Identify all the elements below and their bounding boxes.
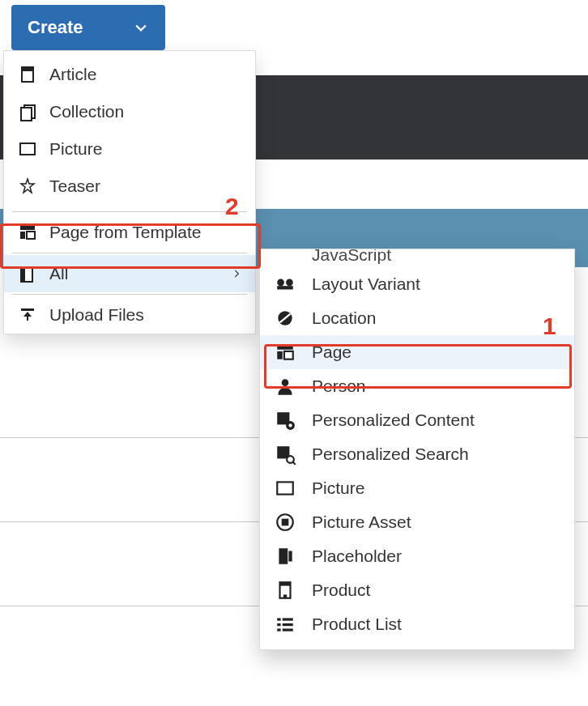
svg-rect-13 xyxy=(27,316,28,321)
menu-item-all[interactable]: All xyxy=(4,255,255,292)
placeholder-icon xyxy=(273,546,297,567)
svg-rect-19 xyxy=(277,351,283,359)
svg-rect-32 xyxy=(288,551,292,562)
svg-rect-35 xyxy=(283,594,287,598)
submenu-item-product[interactable]: Product xyxy=(260,573,574,607)
article-icon xyxy=(17,64,38,85)
personalized-content-icon xyxy=(273,410,297,431)
svg-rect-16 xyxy=(277,286,293,289)
svg-rect-30 xyxy=(282,519,289,526)
picture-icon xyxy=(273,478,297,499)
menu-item-label: Article xyxy=(49,65,96,84)
svg-point-24 xyxy=(288,423,292,427)
submenu-item-label: Page xyxy=(312,342,352,362)
svg-line-27 xyxy=(293,462,296,465)
submenu-item-layout-variant[interactable]: Layout Variant xyxy=(260,267,574,301)
menu-item-label: Upload Files xyxy=(49,305,144,325)
svg-point-26 xyxy=(287,456,294,463)
svg-rect-39 xyxy=(283,623,293,626)
create-menu: Article Collection Picture Teaser Page f… xyxy=(3,50,256,334)
svg-rect-1 xyxy=(22,67,33,71)
teaser-icon xyxy=(17,176,38,197)
person-icon xyxy=(273,376,297,397)
submenu-item-page[interactable]: Page xyxy=(260,335,574,369)
page-icon xyxy=(273,342,297,363)
svg-rect-10 xyxy=(21,267,25,282)
picture-asset-icon xyxy=(273,512,297,533)
menu-item-article[interactable]: Article xyxy=(4,56,255,93)
submenu-item-label: Layout Variant xyxy=(312,274,420,294)
submenu-item-personalized-search[interactable]: Personalized Search xyxy=(260,437,574,471)
submenu-item-javascript[interactable]: JavaScript xyxy=(260,249,574,267)
menu-item-label: All xyxy=(49,264,68,283)
submenu-item-label: Product List xyxy=(312,615,402,634)
create-button-label: Create xyxy=(28,17,83,38)
menu-item-teaser[interactable]: Teaser xyxy=(4,168,255,205)
page-template-icon xyxy=(17,222,38,243)
submenu-item-label: Person xyxy=(312,376,366,396)
svg-point-21 xyxy=(282,379,289,386)
menu-item-upload-files[interactable]: Upload Files xyxy=(4,296,255,334)
submenu-item-label: Picture xyxy=(312,478,364,498)
svg-rect-4 xyxy=(20,143,35,155)
svg-rect-36 xyxy=(277,618,280,620)
submenu-item-person[interactable]: Person xyxy=(260,369,574,403)
submenu-item-picture-asset[interactable]: Picture Asset xyxy=(260,505,574,539)
location-icon xyxy=(273,308,297,329)
svg-rect-38 xyxy=(277,623,280,626)
svg-marker-5 xyxy=(21,179,34,193)
create-button[interactable]: Create xyxy=(11,5,165,50)
submenu-item-label: Picture Asset xyxy=(312,512,411,532)
svg-rect-34 xyxy=(280,582,291,585)
menu-item-label: Teaser xyxy=(49,176,100,196)
menu-item-collection[interactable]: Collection xyxy=(4,93,255,130)
svg-rect-20 xyxy=(284,351,293,359)
svg-rect-40 xyxy=(277,628,280,631)
submenu-item-label: Placeholder xyxy=(312,547,402,566)
chevron-down-icon xyxy=(133,19,149,36)
all-icon xyxy=(17,263,38,284)
svg-rect-8 xyxy=(27,232,35,239)
product-list-icon xyxy=(273,614,297,635)
svg-rect-41 xyxy=(283,628,293,631)
submenu-item-label: Location xyxy=(312,308,376,328)
menu-item-picture[interactable]: Picture xyxy=(4,130,255,168)
picture-icon xyxy=(17,138,38,159)
svg-rect-28 xyxy=(277,482,293,494)
submenu-item-product-list[interactable]: Product List xyxy=(260,607,574,641)
submenu-item-picture[interactable]: Picture xyxy=(260,471,574,505)
all-submenu: JavaScript Layout Variant Location Page … xyxy=(259,249,575,650)
svg-rect-6 xyxy=(20,226,35,230)
menu-item-label: Page from Template xyxy=(49,223,202,242)
submenu-item-personalized-content[interactable]: Personalized Content xyxy=(260,403,574,437)
personalized-search-icon xyxy=(273,444,297,465)
upload-icon xyxy=(17,304,38,325)
chevron-right-icon xyxy=(231,268,242,279)
submenu-item-placeholder[interactable]: Placeholder xyxy=(260,539,574,573)
submenu-item-label: Personalized Search xyxy=(312,444,469,464)
svg-rect-18 xyxy=(277,345,293,349)
collection-icon xyxy=(17,101,38,122)
layout-variant-icon xyxy=(273,274,297,295)
svg-rect-11 xyxy=(21,308,34,311)
menu-item-label: Picture xyxy=(49,139,102,159)
svg-point-14 xyxy=(277,279,284,287)
submenu-item-location[interactable]: Location xyxy=(260,301,574,335)
product-icon xyxy=(273,580,297,601)
svg-rect-7 xyxy=(20,232,25,239)
svg-rect-31 xyxy=(279,548,288,564)
menu-item-page-from-template[interactable]: Page from Template xyxy=(4,214,255,251)
svg-rect-3 xyxy=(21,108,32,121)
submenu-item-label: Product xyxy=(312,581,370,600)
submenu-item-label: JavaScript xyxy=(312,249,391,265)
submenu-item-label: Personalized Content xyxy=(312,410,475,430)
svg-point-15 xyxy=(286,279,293,287)
menu-item-label: Collection xyxy=(49,102,124,121)
svg-rect-37 xyxy=(283,618,293,620)
